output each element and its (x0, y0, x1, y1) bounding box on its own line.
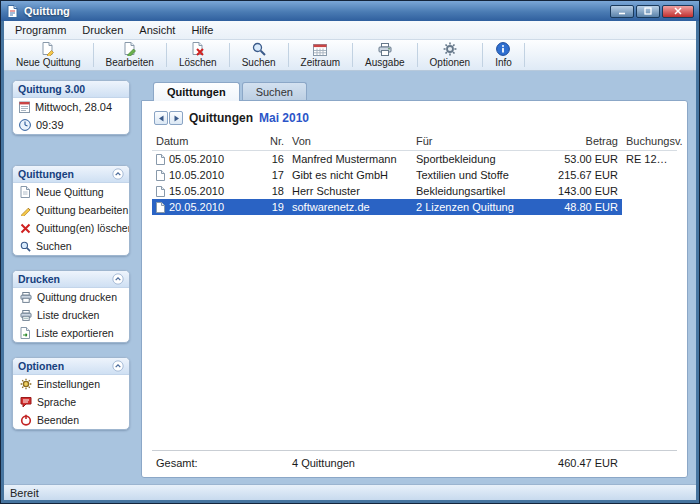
section-title: Optionen (18, 360, 64, 372)
tools-icon (443, 42, 457, 56)
table-row[interactable]: 20.05.2010 19 softwarenetz.de 2 Lizenzen… (152, 199, 677, 215)
table-cell: 17 (252, 167, 288, 183)
delete-button[interactable]: Löschen (169, 40, 227, 70)
delete-icon (191, 42, 205, 56)
calendar-page-icon (19, 101, 30, 113)
section-title: Drucken (18, 273, 60, 285)
options-button[interactable]: Optionen (420, 40, 481, 70)
search-button[interactable]: Suchen (232, 40, 286, 70)
table-row[interactable]: 05.05.2010 16 Manfred Mustermann Sportbe… (152, 151, 677, 168)
tool-label: Löschen (179, 57, 217, 68)
power-icon (20, 414, 32, 426)
maximize-button[interactable] (636, 5, 660, 18)
list-heading: Quittungen (189, 111, 253, 125)
delete-icon (20, 223, 31, 234)
table-cell: 53.00 EUR (542, 151, 622, 168)
search-icon (20, 241, 31, 252)
menu-hilfe[interactable]: Hilfe (183, 22, 221, 38)
current-time-label: 09:39 (36, 119, 64, 131)
minimize-button[interactable] (610, 5, 634, 18)
period-link[interactable]: Mai 2010 (259, 111, 309, 125)
footer-count: 4 Quittungen (288, 455, 412, 471)
toolbar-separator (482, 43, 483, 67)
table-cell: Textilien und Stoffe (412, 167, 542, 183)
table-cell: 215.67 EUR (542, 167, 622, 183)
collapse-button[interactable] (111, 273, 124, 286)
menubar: Programm Drucken Ansicht Hilfe (4, 21, 696, 40)
printer-icon (20, 292, 32, 303)
sidebar-item-label: Beenden (37, 414, 79, 426)
column-header-buchungsv[interactable]: Buchungsv. (622, 133, 677, 151)
table-cell: 16 (252, 151, 288, 168)
tab-suchen[interactable]: Suchen (242, 82, 307, 100)
main-area: Quittungen Suchen Quittungen Mai 2010 (141, 80, 688, 478)
column-header-betrag[interactable]: Betrag (542, 133, 622, 151)
clock-icon (19, 119, 31, 131)
toolbar-separator (166, 43, 167, 67)
sidebar-section-quittungen: Quittungen Neue Quittung Quittung bearbe… (12, 165, 130, 256)
output-button[interactable]: Ausgabe (355, 40, 414, 70)
period-button[interactable]: Zeitraum (291, 40, 350, 70)
table-cell: 2 Lizenzen Quittung (412, 199, 542, 215)
prev-month-button[interactable] (154, 111, 168, 125)
tool-label: Ausgabe (365, 57, 404, 68)
collapse-button[interactable] (111, 360, 124, 373)
close-button[interactable] (662, 5, 694, 18)
sidebar-item-suchen[interactable]: Suchen (13, 237, 129, 255)
sidebar-item-liste-drucken[interactable]: Liste drucken (13, 306, 129, 324)
edit-icon (123, 42, 137, 56)
sidebar-item-sprache[interactable]: Sprache (13, 393, 129, 411)
table-cell: 19 (252, 199, 288, 215)
sidebar-item-einstellungen[interactable]: Einstellungen (13, 375, 129, 393)
current-time-row: 09:39 (13, 116, 129, 134)
column-header-nr[interactable]: Nr. (252, 133, 288, 151)
column-header-datum[interactable]: Datum (152, 133, 252, 151)
edit-button[interactable]: Bearbeiten (96, 40, 164, 70)
menu-programm[interactable]: Programm (7, 22, 74, 38)
menu-drucken[interactable]: Drucken (74, 22, 131, 38)
calendar-icon (313, 42, 327, 56)
sidebar-item-label: Sprache (37, 396, 76, 408)
sidebar-item-neue-quittung[interactable]: Neue Quittung (13, 183, 129, 201)
sidebar-item-quittung-drucken[interactable]: Quittung drucken (13, 288, 129, 306)
table-cell: 15.05.2010 (169, 185, 224, 197)
sidebar-item-beenden[interactable]: Beenden (13, 411, 129, 429)
content-area: Quittung 3.00 Mittwoch, 28.04 09:39 Quit… (4, 71, 696, 484)
tool-label: Neue Quittung (16, 57, 81, 68)
table-cell: softwarenetz.de (288, 199, 412, 215)
table-cell: Sportbekleidung (412, 151, 542, 168)
tab-quittungen[interactable]: Quittungen (153, 82, 240, 101)
heading-row: Quittungen Mai 2010 (152, 107, 677, 133)
tool-label: Bearbeiten (106, 57, 154, 68)
table-cell: Gibt es nicht GmbH (288, 167, 412, 183)
table-row[interactable]: 10.05.2010 17 Gibt es nicht GmbH Textili… (152, 167, 677, 183)
titlebar[interactable]: Quittung (1, 1, 699, 21)
column-header-fuer[interactable]: Für (412, 133, 542, 151)
table-row[interactable]: 15.05.2010 18 Herr Schuster Bekleidungsa… (152, 183, 677, 199)
footer-total: 460.47 EUR (542, 455, 622, 471)
sidebar-item-quittung-bearbeiten[interactable]: Quittung bearbeiten (13, 201, 129, 219)
toolbar-separator (288, 43, 289, 67)
table-cell: 18 (252, 183, 288, 199)
receipt-doc-icon (156, 186, 165, 197)
tool-label: Zeitraum (301, 57, 340, 68)
collapse-button[interactable] (111, 168, 124, 181)
printer-list-icon (20, 310, 32, 321)
next-month-button[interactable] (169, 111, 183, 125)
toolbar-separator (229, 43, 230, 67)
column-header-von[interactable]: Von (288, 133, 412, 151)
table-cell (622, 167, 677, 183)
edit-icon (20, 204, 31, 216)
info-icon (496, 42, 510, 56)
sidebar-item-quittungen-loeschen[interactable]: Quittung(en) löschen (13, 219, 129, 237)
app-version-label: Quittung 3.00 (18, 83, 85, 95)
section-header-quittungen: Quittungen (13, 166, 129, 183)
table-header-row: Datum Nr. Von Für Betrag Buchungsv. (152, 133, 677, 151)
sidebar-item-liste-exportieren[interactable]: Liste exportieren (13, 324, 129, 342)
new-receipt-button[interactable]: Neue Quittung (6, 40, 91, 70)
menu-ansicht[interactable]: Ansicht (131, 22, 183, 38)
tool-label: Optionen (430, 57, 471, 68)
tabbar: Quittungen Suchen (141, 80, 688, 100)
info-button[interactable]: Info (485, 40, 522, 70)
language-icon (20, 396, 32, 408)
